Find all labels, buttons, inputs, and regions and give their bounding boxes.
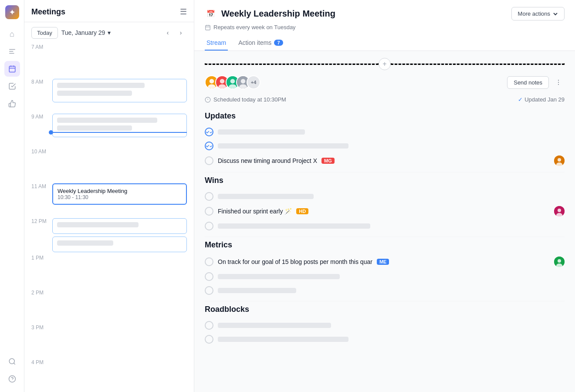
- time-label: 2 PM: [31, 289, 52, 296]
- placeholder-text: [218, 274, 340, 279]
- time-label: 4 PM: [31, 358, 52, 365]
- agenda-item: Finished our sprint early 🪄 HD: [205, 203, 565, 219]
- weekly-leadership-meeting-card[interactable]: Weekly Leadership Meeting 10:30 - 11:30: [52, 183, 187, 205]
- time-row: 3 PM: [31, 324, 187, 358]
- checkbox-circle[interactable]: [205, 321, 213, 330]
- checkbox-circle[interactable]: [205, 207, 213, 216]
- event-card-title: Weekly Leadership Meeting: [58, 188, 182, 194]
- svg-rect-11: [206, 25, 210, 30]
- agenda-item: [205, 270, 565, 284]
- repeat-text: Repeats every week on Tuesday: [213, 24, 296, 30]
- agenda-item: Discuss new timing around Project X MG: [205, 153, 565, 169]
- time-content: Weekly Leadership Meeting 10:30 - 11:30: [52, 182, 187, 206]
- search-icon[interactable]: [4, 354, 20, 369]
- checkbox-circle[interactable]: [205, 222, 213, 230]
- next-date-button[interactable]: ›: [175, 27, 187, 39]
- checkbox-circle[interactable]: [205, 335, 213, 344]
- repeat-info: Repeats every week on Tuesday: [205, 24, 565, 30]
- sidebar-header: Meetings ☰: [24, 0, 194, 22]
- metrics-section-title: Metrics: [205, 240, 565, 250]
- svg-line-8: [14, 363, 15, 364]
- svg-point-34: [558, 158, 561, 162]
- svg-point-22: [230, 79, 235, 84]
- sidebar: Meetings ☰ Today Tue, January 29 ▾ ‹ › 7…: [24, 0, 194, 392]
- event-card[interactable]: [52, 218, 187, 234]
- svg-point-7: [9, 358, 14, 364]
- time-label: 8 AM: [31, 78, 52, 85]
- checkbox-circle[interactable]: [205, 142, 213, 150]
- placeholder-text: [218, 194, 314, 199]
- today-button[interactable]: Today: [31, 27, 58, 39]
- time-row: 7 AM: [31, 43, 187, 78]
- current-time-bar: [53, 132, 187, 133]
- item-text: On track for our goal of 15 blog posts p…: [218, 258, 372, 265]
- time-content: [52, 217, 187, 254]
- agenda-item: [205, 139, 565, 153]
- time-row: 4 PM: [31, 358, 187, 392]
- time-content: [52, 148, 187, 149]
- checkbox-circle[interactable]: [205, 128, 213, 136]
- section-divider: [205, 301, 565, 301]
- svg-point-40: [558, 259, 561, 263]
- section-divider: [205, 237, 565, 237]
- add-item-button[interactable]: +: [379, 58, 391, 70]
- date-selector[interactable]: Tue, January 29 ▾: [61, 29, 111, 36]
- menu-icon[interactable]: ☰: [180, 7, 187, 17]
- calendar-icon[interactable]: [4, 61, 20, 77]
- time-row: 2 PM: [31, 289, 187, 324]
- checkbox-circle[interactable]: [205, 192, 213, 201]
- calendar-scroll: 7 AM 8 AM 9 AM: [24, 43, 194, 392]
- event-card[interactable]: [52, 79, 187, 102]
- tab-action-items[interactable]: Action items 7: [237, 36, 284, 51]
- time-row: 9 AM: [31, 113, 187, 148]
- placeholder-text: [218, 288, 296, 293]
- home-icon[interactable]: ⌂: [4, 26, 20, 42]
- meeting-title-row: 📅 Weekly Leadership Meeting: [205, 8, 335, 20]
- thumbs-icon[interactable]: [4, 96, 20, 112]
- help-icon[interactable]: [4, 371, 20, 387]
- date-nav: ‹ ›: [162, 27, 187, 39]
- checkbox-circle[interactable]: [205, 286, 213, 295]
- sidebar-toolbar: Today Tue, January 29 ▾ ‹ ›: [24, 22, 194, 43]
- prev-date-button[interactable]: ‹: [162, 27, 174, 39]
- time-content: [52, 113, 187, 139]
- item-tag-me: ME: [377, 259, 389, 265]
- app-logo: ✦: [5, 5, 19, 19]
- time-row: 10 AM: [31, 148, 187, 182]
- updated-info: ✓ Updated Jan 29: [518, 96, 565, 103]
- svg-point-25: [241, 79, 246, 84]
- stream-content: + +4: [194, 51, 575, 392]
- agenda-item: On track for our goal of 15 blog posts p…: [205, 254, 565, 270]
- notes-icon[interactable]: [4, 44, 20, 59]
- wins-section-title: Wins: [205, 176, 565, 185]
- event-card-time: 10:30 - 11:30: [58, 194, 182, 200]
- more-options-button[interactable]: [552, 76, 565, 88]
- item-text: Finished our sprint early 🪄: [218, 208, 292, 215]
- time-content: [52, 289, 187, 290]
- checkbox-circle[interactable]: [205, 156, 213, 165]
- tab-stream[interactable]: Stream: [205, 36, 228, 51]
- meeting-icon: 📅: [205, 8, 217, 20]
- checkbox-circle[interactable]: [205, 272, 213, 281]
- placeholder-text: [218, 223, 370, 229]
- event-card[interactable]: [52, 237, 187, 252]
- tabs: Stream Action items 7: [205, 36, 565, 51]
- send-notes-button[interactable]: Send notes: [507, 76, 549, 89]
- agenda-item: [205, 332, 565, 346]
- svg-point-19: [220, 79, 225, 84]
- wins-section: Wins Finished our sprint early 🪄 HD: [205, 176, 565, 233]
- agenda-item: [205, 189, 565, 203]
- main-header: 📅 Weekly Leadership Meeting More actions…: [194, 0, 575, 51]
- time-row: 8 AM: [31, 78, 187, 113]
- main-header-top: 📅 Weekly Leadership Meeting More actions: [205, 7, 565, 20]
- updates-section: Updates Discuss new timing around Projec…: [205, 112, 565, 169]
- agenda-item: [205, 219, 565, 233]
- svg-point-16: [210, 79, 214, 84]
- checkbox-circle[interactable]: [205, 257, 213, 266]
- time-label: 3 PM: [31, 324, 52, 331]
- more-actions-button[interactable]: More actions: [511, 7, 565, 20]
- tasks-icon[interactable]: [4, 78, 20, 94]
- section-divider: [205, 172, 565, 172]
- time-label: 10 AM: [31, 148, 52, 155]
- date-label: Tue, January 29: [61, 29, 105, 36]
